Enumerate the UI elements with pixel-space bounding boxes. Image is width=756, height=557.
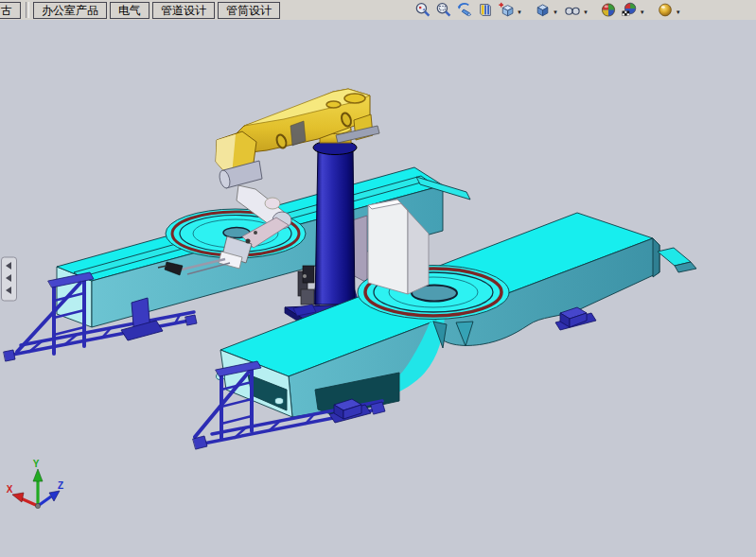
apply-scene-icon[interactable] [600,2,617,18]
view-orientation-dropdown[interactable]: ▼ [517,9,522,15]
view-settings-dropdown[interactable]: ▼ [640,9,645,15]
zoom-to-area-icon[interactable] [435,2,452,18]
hide-show-items-dropdown[interactable]: ▼ [583,9,589,15]
panel-expand-control[interactable] [2,257,17,301]
command-toolbar: 古 办公室产品 电气 管道设计 管筒设计 [0,0,756,21]
zoom-to-fit-icon[interactable] [414,2,431,18]
view-orientation-icon[interactable] [498,2,515,18]
command-tabs: 古 办公室产品 电气 管道设计 管筒设计 [0,0,283,20]
display-style-icon[interactable] [534,2,551,18]
triad-x-label: X [7,484,13,495]
rotate-view-icon[interactable] [456,2,473,18]
view-settings-icon[interactable] [621,2,638,18]
toolbar-separator [26,2,29,18]
triad-y-label: Y [33,459,40,469]
tab-tubing-design[interactable]: 管筒设计 [218,2,280,19]
edit-appearance-icon[interactable] [657,2,674,18]
tab-office-products[interactable]: 办公室产品 [33,2,107,19]
display-style-dropdown[interactable]: ▼ [553,9,558,15]
edit-appearance-dropdown[interactable]: ▼ [676,9,681,15]
tab-electrical[interactable]: 电气 [110,2,149,19]
graphics-viewport[interactable]: Y X Z [0,20,756,557]
tab-partial[interactable]: 古 [0,2,21,19]
tab-piping-design[interactable]: 管道设计 [152,2,215,19]
view-toolbar: ▼ ▼ ▼ [414,1,687,19]
checker-flag [622,11,629,16]
triad-z-label: Z [58,480,63,491]
hide-show-items-icon[interactable] [564,2,581,18]
section-view-icon[interactable] [477,2,494,18]
